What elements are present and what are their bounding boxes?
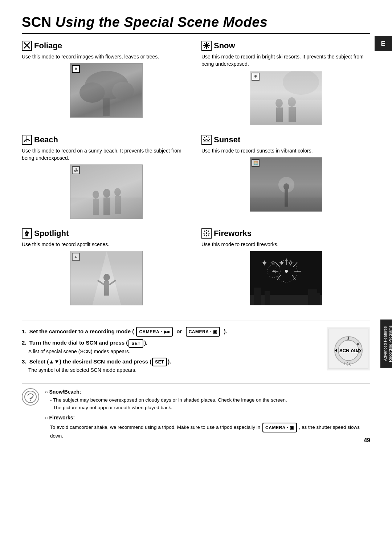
svg-rect-22 [93,199,99,215]
spotlight-desc: Use this mode to record spotlit scenes. [22,241,191,248]
svg-point-4 [79,82,105,103]
svg-point-5 [112,82,134,100]
steps-text: 1. Set the camcorder to a recording mode… [22,327,319,376]
snow-image: ❄ [250,71,322,125]
spotlight-title: Spotlight [22,228,191,239]
fireworks-title: Fireworks [201,228,370,239]
svg-rect-17 [289,107,296,122]
svg-point-66 [285,270,288,273]
camera-badge-1: CAMERA · ▶■ [136,327,173,337]
svg-text:P: P [358,351,360,354]
svg-line-55 [208,231,209,232]
svg-point-37 [283,183,289,190]
svg-text:ζ ζ ζ: ζ ζ ζ [344,362,351,366]
svg-point-48 [206,232,207,234]
fireworks-desc: Use this mode to record fireworks. [201,241,370,248]
svg-rect-26 [115,196,121,214]
foliage-title: Foliage [22,41,191,51]
section-sunset: Sunset Use this mode to record sunsets i… [201,135,370,225]
svg-point-21 [93,191,99,199]
spotlight-image: ▲ [70,251,143,305]
scene-grid: Foliage Use this mode to record images w… [22,41,370,315]
svg-line-30 [204,137,205,138]
foliage-desc: Use this mode to record images with flow… [22,53,191,60]
svg-rect-36 [285,188,288,207]
fireworks-image: ✳ [250,251,322,305]
sunset-title: Sunset [201,135,370,145]
snow-title: Snow [201,41,370,51]
section-spotlight: Spotlight Use this mode to record spotli… [22,228,191,311]
svg-rect-45 [104,281,109,296]
svg-line-62 [275,262,280,267]
steps-section: 1. Set the camcorder to a recording mode… [22,321,370,376]
svg-rect-13 [250,100,322,125]
step-2: 2. Turn the mode dial to SCN and press (… [22,339,319,355]
step-2-sub: A list of special scene (SCN) modes appe… [28,348,319,355]
page-container: E Advanced FeaturesRecording Programs SC… [0,0,392,455]
fireworks-icon [201,228,212,239]
notes-content: Snow/Beach: The subject may become overe… [45,388,370,440]
svg-rect-24 [103,198,110,215]
sunset-image: 🌅 [250,157,322,212]
notes-section: Snow/Beach: The subject may become overe… [22,383,370,440]
page-title: SCN Using the Special Scene Modes [22,15,370,34]
note-snowbeach-title: Snow/Beach: [45,388,370,396]
svg-point-44 [103,274,110,281]
section-fireworks: Fireworks Use this mode to record firewo… [201,228,370,311]
svg-line-31 [208,137,209,138]
sunset-icon [201,135,212,145]
steps-row: 1. Set the camcorder to a recording mode… [22,327,370,376]
beach-icon [22,135,32,145]
step-3: 3. Select (▲▼) the desired SCN mode and … [22,358,319,374]
svg-point-86 [25,391,36,403]
svg-point-23 [103,189,110,198]
svg-text:SCN: SCN [339,348,349,353]
svg-rect-71 [265,291,270,305]
svg-line-53 [204,231,205,232]
camera-badge-2: CAMERA · ▣ [186,327,220,337]
page-number: 49 [364,437,370,444]
svg-point-87 [30,399,31,401]
note-snowbeach-2: The picture may not appear smooth when p… [45,404,370,412]
svg-point-41 [25,234,28,236]
svg-marker-38 [26,230,28,233]
snow-icon [201,41,212,51]
svg-point-14 [275,99,283,107]
section-snow: Snow Use this mode to record in bright s… [201,41,370,131]
beach-desc: Use this mode to record on a sunny beach… [22,147,191,162]
step-1: 1. Set the camcorder to a recording mode… [22,327,319,337]
note-fireworks-title: Fireworks: [45,414,370,422]
svg-point-25 [114,188,121,196]
set-badge-2: SET [152,358,167,366]
foliage-image: ✕ [70,63,143,118]
svg-rect-15 [276,107,283,122]
step-3-sub: The symbol of the selected SCN mode appe… [28,366,319,374]
beach-image: 🏖 [70,164,143,219]
svg-line-56 [204,235,205,236]
foliage-icon [22,41,32,51]
svg-text:◼: ◼ [357,342,359,346]
sunset-desc: Use this mode to record sunsets in vibra… [201,147,370,154]
beach-title: Beach [22,135,191,145]
scn-dial-image: SCN OLMY ▲ ◼ P ζ ζ ζ [327,327,370,370]
side-tab-e: E [375,36,392,51]
section-foliage: Foliage Use this mode to record images w… [22,41,191,131]
snow-desc: Use this mode to record in bright ski re… [201,53,370,68]
svg-line-54 [208,235,209,236]
svg-rect-73 [314,293,320,305]
note-snowbeach-1: The subject may become overexposed on cl… [45,397,370,404]
camera-badge-note: CAMERA · ▣ [262,423,297,433]
note-fireworks-1: To avoid camcorder shake, we recommend u… [45,423,370,440]
svg-rect-70 [254,288,261,305]
notes-icon [22,388,39,406]
set-badge-1: SET [128,339,143,348]
svg-point-16 [288,97,296,107]
svg-text:▲: ▲ [347,337,350,340]
spotlight-icon [22,228,32,239]
advanced-features-tab: Advanced FeaturesRecording Programs [380,320,392,368]
steps-list: 1. Set the camcorder to a recording mode… [22,327,319,374]
svg-point-68 [273,270,275,272]
section-beach: Beach Use this mode to record on a sunny… [22,135,191,225]
svg-rect-3 [103,98,110,116]
